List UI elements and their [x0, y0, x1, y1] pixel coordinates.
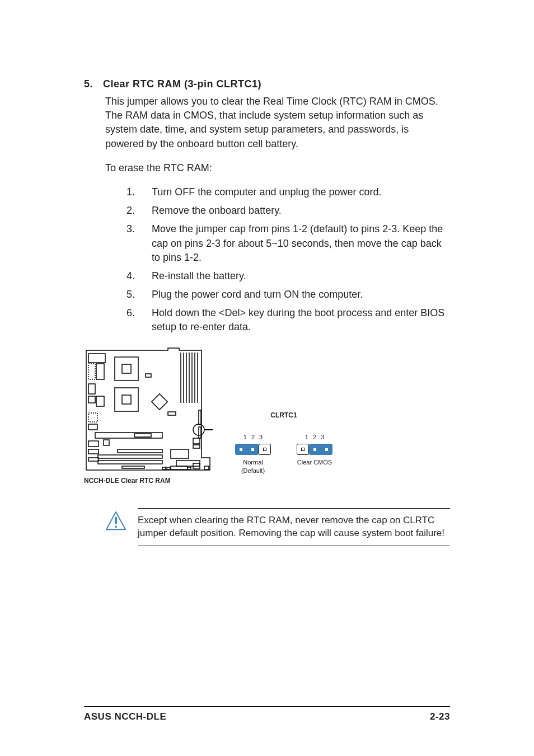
step-number: 1.	[127, 185, 152, 199]
svg-rect-38	[162, 467, 166, 469]
heading-title: Clear RTC RAM (3-pin CLRTC1)	[103, 78, 261, 90]
svg-rect-13	[88, 364, 95, 379]
step-number: 3.	[127, 222, 152, 265]
page-footer: ASUS NCCH-DLE 2-23	[84, 706, 450, 722]
footer-right: 2-23	[430, 711, 450, 722]
svg-point-49	[115, 525, 117, 528]
svg-rect-11	[152, 393, 167, 409]
svg-rect-20	[95, 433, 162, 438]
section-heading: 5. Clear RTC RAM (3-pin CLRTC1)	[84, 78, 450, 90]
step-text: Move the jumper cap from pins 1-2 (defau…	[152, 222, 450, 265]
list-item: 5. Plug the power cord and turn ON the c…	[127, 288, 450, 302]
svg-rect-30	[171, 466, 188, 469]
step-text: Re-install the battery.	[152, 269, 450, 283]
pin-numbers: 1 2 3	[305, 434, 324, 440]
erase-intro: To erase the RTC RAM:	[105, 161, 450, 175]
jumper-state-label: Normal (Default)	[241, 458, 265, 475]
list-item: 1. Turn OFF the computer and unplug the …	[127, 185, 450, 199]
jumper-pins	[235, 444, 271, 455]
step-number: 6.	[127, 306, 152, 334]
jumper-cap-icon	[235, 444, 259, 455]
svg-rect-10	[122, 395, 131, 404]
svg-rect-32	[204, 466, 209, 469]
svg-rect-25	[98, 455, 162, 458]
warning-icon	[105, 510, 127, 532]
jumper-group: CLRTC1 1 2 3 Normal	[235, 411, 332, 475]
step-text: Turn OFF the computer and unplug the pow…	[152, 185, 450, 199]
jumper-pins	[297, 444, 332, 455]
svg-rect-24	[118, 449, 162, 453]
jumper-normal: 1 2 3 Normal (Default)	[235, 434, 271, 475]
svg-rect-14	[96, 364, 104, 379]
list-item: 2. Remove the onboard battery.	[127, 204, 450, 218]
motherboard-block: NCCH-DLE Clear RTC RAM	[84, 346, 213, 485]
step-number: 2.	[127, 204, 152, 218]
jumper-cap-icon	[309, 444, 332, 455]
motherboard-diagram	[84, 346, 213, 475]
jumper-open-pin-icon	[259, 444, 271, 455]
svg-rect-46	[88, 458, 99, 461]
svg-rect-22	[88, 441, 99, 447]
warning-text: Except when clearing the RTC RAM, never …	[138, 508, 450, 546]
steps-list: 1. Turn OFF the computer and unplug the …	[127, 185, 450, 335]
svg-rect-40	[188, 467, 191, 469]
svg-rect-48	[115, 516, 117, 524]
svg-rect-39	[167, 467, 170, 469]
pin-numbers: 1 2 3	[243, 434, 263, 440]
intro-paragraph: This jumper allows you to clear the Real…	[105, 95, 450, 151]
svg-rect-34	[199, 427, 201, 438]
list-item: 3. Move the jumper cap from pins 1-2 (de…	[127, 222, 450, 265]
step-number: 4.	[127, 269, 152, 283]
step-text: Remove the onboard battery.	[152, 204, 450, 218]
svg-rect-7	[115, 357, 138, 381]
svg-rect-45	[104, 440, 109, 445]
svg-rect-15	[88, 384, 95, 394]
heading-number: 5.	[84, 78, 93, 90]
footer-left: ASUS NCCH-DLE	[84, 711, 166, 722]
diagram-area: NCCH-DLE Clear RTC RAM CLRTC1 1 2 3	[84, 346, 450, 485]
svg-rect-43	[193, 438, 200, 444]
svg-rect-16	[88, 396, 95, 403]
jumper-name: CLRTC1	[235, 411, 332, 419]
svg-rect-44	[193, 445, 200, 448]
svg-rect-23	[88, 449, 99, 454]
svg-rect-41	[146, 374, 151, 377]
warning-note: Except when clearing the RTC RAM, never …	[105, 508, 450, 546]
jumper-open-pin-icon	[297, 444, 309, 455]
svg-rect-18	[88, 413, 97, 422]
svg-rect-12	[88, 354, 105, 363]
svg-rect-9	[115, 388, 138, 411]
svg-rect-21	[134, 434, 151, 437]
diagram-caption: NCCH-DLE Clear RTC RAM	[84, 477, 213, 485]
svg-rect-26	[98, 461, 162, 464]
step-text: Hold down the <Del> key during the boot …	[152, 306, 450, 334]
jumper-clear: 1 2 3 Clear CMOS	[297, 434, 332, 475]
svg-rect-28	[171, 449, 189, 458]
svg-rect-8	[122, 364, 131, 373]
svg-rect-27	[122, 466, 144, 468]
step-text: Plug the power cord and turn ON the comp…	[152, 288, 450, 302]
list-item: 4. Re-install the battery.	[127, 269, 450, 283]
svg-rect-17	[96, 396, 104, 406]
list-item: 6. Hold down the <Del> key during the bo…	[127, 306, 450, 334]
jumper-state-label: Clear CMOS	[297, 458, 332, 466]
svg-rect-42	[168, 412, 176, 415]
svg-rect-19	[88, 424, 97, 430]
svg-rect-33	[199, 410, 201, 425]
step-number: 5.	[127, 288, 152, 302]
